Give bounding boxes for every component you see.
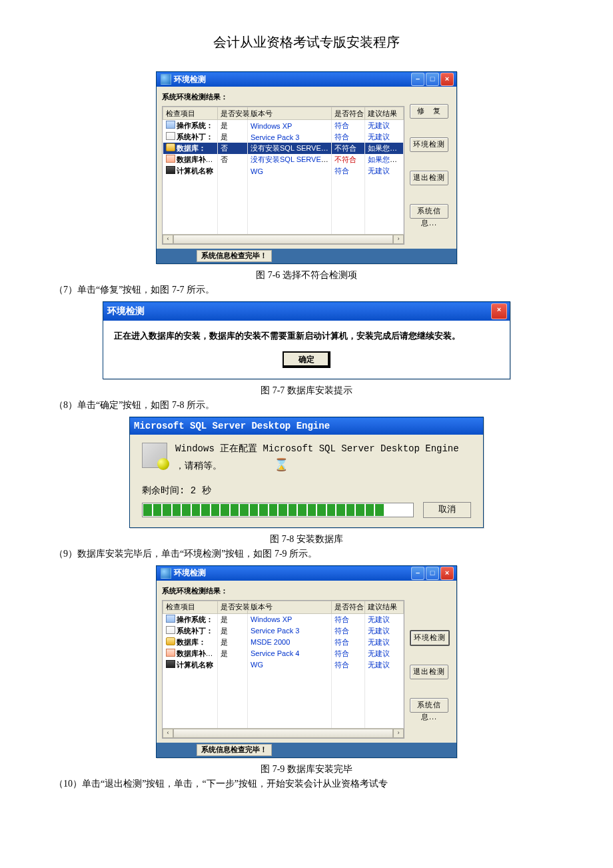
dialog-message: 正在进入数据库的安装，数据库的安装不需要重新启动计算机，安装完成后请您继续安装。: [114, 330, 499, 342]
table-row[interactable]: 计算机名称WG符合无建议: [163, 659, 404, 671]
para-8: （8）单击“确定”按钮，如图 7-8 所示。: [40, 399, 573, 411]
table-row: [163, 187, 404, 198]
horizontal-scrollbar[interactable]: ‹ ›: [163, 234, 404, 244]
progress-segment: [240, 504, 249, 516]
progress-segment: [221, 504, 229, 516]
progress-segment: [279, 504, 287, 516]
results-table: 检查项目 是否安装 版本号 是否符合 建议结果 操作系统：是Windows XP…: [162, 600, 404, 739]
close-button[interactable]: ×: [440, 73, 454, 86]
progress-segment: [327, 504, 336, 516]
sysinfo-button[interactable]: 系统信息...: [410, 698, 448, 713]
scroll-left-icon[interactable]: ‹: [163, 729, 173, 738]
scroll-left-icon[interactable]: ‹: [163, 235, 173, 244]
table-row[interactable]: 操作系统：是Windows XP符合无建议: [163, 613, 404, 625]
row-icon: [166, 626, 175, 634]
progress-segment: [269, 504, 278, 516]
table-row[interactable]: 操作系统：是Windows XP符合无建议: [163, 120, 404, 132]
maximize-button[interactable]: □: [426, 567, 439, 580]
time-remaining: 剩余时间: 2 秒: [142, 485, 471, 497]
progress-segment: [346, 504, 355, 516]
scroll-thumb[interactable]: [173, 729, 393, 738]
col-advice: 建议结果: [365, 107, 404, 120]
progress-segment: [259, 504, 268, 516]
exit-button[interactable]: 退出检测: [410, 171, 448, 185]
detect-button[interactable]: 环境检测: [410, 137, 448, 152]
para-10: （10）单击“退出检测”按钮，单击，“下一步”按钮，开始安装会计从业资格考试专: [40, 778, 573, 790]
detect-button[interactable]: 环境检测: [410, 630, 450, 646]
window-title: 环境检测: [174, 74, 411, 85]
caption-7-8: 图 7-8 安装数据库: [40, 533, 573, 545]
caption-7-6: 图 7-6 选择不符合检测项: [40, 269, 573, 281]
table-row[interactable]: 系统补丁：是Service Pack 3符合无建议: [163, 625, 404, 637]
installer-icon: [142, 443, 167, 468]
scroll-right-icon[interactable]: ›: [393, 235, 404, 244]
repair-button[interactable]: 修 复: [410, 104, 448, 119]
dialog-title: 环境检测: [107, 305, 491, 317]
close-button[interactable]: ×: [440, 567, 454, 580]
table-row[interactable]: 数据库补丁：是Service Pack 4符合无建议: [163, 648, 404, 659]
maximize-button[interactable]: □: [426, 73, 439, 86]
table-row: [163, 671, 404, 681]
table-row[interactable]: 计算机名称WG符合无建议: [163, 165, 404, 177]
caption-7-9: 图 7-9 数据库安装完毕: [40, 763, 573, 775]
progress-segment: [231, 504, 239, 516]
table-row: [163, 219, 404, 230]
progress-bar: [142, 503, 414, 517]
dialog-titlebar: 环境检测 ×: [103, 302, 510, 321]
status-bar: 系统信息检查完毕！: [157, 743, 456, 757]
progress-segment: [192, 504, 201, 516]
status-bar: 系统信息检查完毕！: [157, 249, 456, 263]
exit-button[interactable]: 退出检测: [410, 665, 448, 679]
progress-segment: [298, 504, 306, 516]
table-row[interactable]: 数据库：是MSDE 2000符合无建议: [163, 637, 404, 648]
caption-7-7: 图 7-7 数据库安装提示: [40, 385, 573, 397]
progress-segment: [308, 504, 316, 516]
sysinfo-button[interactable]: 系统信息...: [410, 204, 448, 219]
progress-segment: [153, 504, 162, 516]
row-icon: [166, 615, 175, 623]
row-icon: [166, 121, 175, 129]
minimize-button[interactable]: –: [411, 567, 424, 580]
status-text: 系统信息检查完毕！: [197, 744, 272, 756]
figure-7-8: Microsoft SQL Server Desktop Engine Wind…: [40, 417, 573, 528]
figure-7-6: 环境检测 – □ × 系统环境检测结果： 检查项目 是否安装 版本号: [40, 71, 573, 264]
progress-segment: [143, 504, 152, 516]
row-icon: [166, 649, 175, 657]
horizontal-scrollbar[interactable]: ‹ ›: [163, 728, 404, 738]
col-item: 检查项目: [163, 107, 218, 120]
figure-7-9: 环境检测 – □ × 系统环境检测结果： 检查项目 是否安装 版本号: [40, 565, 573, 758]
window-titlebar: 环境检测 – □ ×: [157, 566, 456, 581]
close-button[interactable]: ×: [491, 303, 507, 319]
progress-segment: [404, 504, 413, 516]
col-match: 是否符合: [332, 601, 365, 613]
table-row: [163, 713, 404, 724]
para-7: （7）单击“修复”按钮，如图 7-7 所示。: [40, 284, 573, 296]
row-icon: [166, 637, 175, 645]
col-match: 是否符合: [332, 107, 365, 120]
row-icon: [166, 166, 175, 174]
progress-segment: [356, 504, 364, 516]
cancel-button[interactable]: 取消: [423, 502, 471, 518]
progress-segment: [317, 504, 326, 516]
table-row: [163, 703, 404, 713]
app-icon: [161, 568, 171, 579]
table-row: [163, 209, 404, 219]
scroll-right-icon[interactable]: ›: [393, 729, 404, 738]
scroll-thumb[interactable]: [173, 235, 393, 244]
progress-segment: [173, 504, 181, 516]
table-row[interactable]: 数据库补丁：否没有安装SQL SERVER的补丁不符合如果您要安: [163, 154, 404, 165]
result-label: 系统环境检测结果：: [162, 586, 404, 596]
progress-segment: [375, 504, 384, 516]
ok-button[interactable]: 确定: [283, 351, 330, 368]
window-titlebar: 环境检测 – □ ×: [157, 72, 456, 87]
table-row: [163, 692, 404, 703]
row-icon: [166, 660, 175, 668]
window-title: 环境检测: [174, 567, 411, 579]
table-row[interactable]: 数据库：否没有安装SQL SERVER 或者...不符合如果您没有: [163, 143, 404, 154]
minimize-button[interactable]: –: [411, 73, 424, 86]
table-row[interactable]: 系统补丁：是Service Pack 3符合无建议: [163, 131, 404, 143]
table-header-row: 检查项目 是否安装 版本号 是否符合 建议结果: [163, 601, 404, 613]
row-icon: [166, 155, 175, 163]
progress-segment: [250, 504, 259, 516]
status-text: 系统信息检查完毕！: [197, 250, 272, 262]
